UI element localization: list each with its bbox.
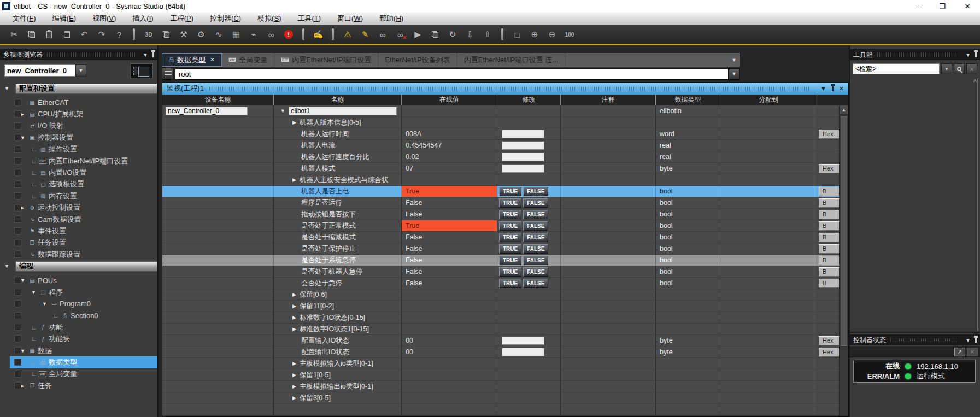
set-false-button[interactable]: FALSE (523, 187, 548, 196)
menu-item-s[interactable]: 模拟(S) (249, 12, 289, 25)
watch-row[interactable]: 机器人模式07byteHex (162, 163, 839, 174)
scrollbar-thumb[interactable] (841, 116, 847, 346)
chevron-right-icon[interactable]: ▶ (20, 111, 28, 117)
set-false-button[interactable]: FALSE (523, 221, 548, 231)
data-trace-icon[interactable]: ∿ (212, 27, 226, 42)
warning-edit-icon[interactable]: ✎ (358, 27, 372, 42)
run-icon[interactable]: ▶ (410, 27, 425, 42)
menu-item-p[interactable]: 工程(P) (162, 12, 202, 25)
maximize-button[interactable]: ❐ (930, 0, 955, 12)
display-format-button[interactable]: B (819, 221, 839, 231)
sidebar-item-功能[interactable]: ∟ƒ功能 (0, 321, 157, 333)
display-format-button[interactable]: B (819, 279, 839, 288)
redo-icon[interactable]: ↷ (95, 27, 109, 42)
chevron-right-icon[interactable]: ▶ (20, 205, 28, 210)
search-icon[interactable] (954, 63, 965, 74)
chevron-down-icon[interactable]: ▼ (20, 278, 28, 283)
watch-row[interactable]: ▶保留11[0-2] (162, 301, 839, 312)
display-format-button[interactable]: B (819, 187, 839, 196)
undo-icon[interactable]: ↶ (77, 27, 91, 42)
pin-icon[interactable] (975, 338, 977, 343)
watch-row[interactable]: ▶主板模拟输出io类型[0-1] (162, 381, 839, 392)
sidebar-item-程序[interactable]: ▼⬚程序 (0, 286, 157, 298)
watch-row[interactable]: 机器人电流0.45454547real (162, 140, 839, 151)
tree-section-配置和设置[interactable]: ▼配置和设置 (0, 83, 157, 95)
chevron-down-icon[interactable]: ▼ (4, 86, 9, 91)
watch-row[interactable]: 机器人运行速度百分比0.02real (162, 151, 839, 163)
stack-icon[interactable] (428, 27, 442, 42)
display-format-button[interactable]: B (819, 233, 839, 242)
watch-titlebar[interactable]: 监视(工程)1 ▼ ✕ (162, 83, 848, 95)
menu-item-v[interactable]: 视图(V) (84, 12, 124, 25)
sidebar-item-事件设置[interactable]: ⚑事件设置 (0, 225, 157, 237)
display-format-button[interactable]: B (819, 244, 839, 254)
tab-全局变量[interactable]: var全局变量 (222, 53, 274, 67)
root-path-input[interactable] (175, 68, 729, 80)
sidebar-item-POUs[interactable]: ▼▤POUs (0, 274, 157, 286)
sidebar-item-数据[interactable]: ▼▦数据 (0, 345, 157, 356)
watch-row[interactable]: 机器人是否上电TrueTRUEFALSEboolB (162, 186, 839, 197)
chevron-down-icon[interactable]: ▼ (42, 301, 50, 307)
set-false-button[interactable]: FALSE (523, 233, 548, 242)
controller-select[interactable] (4, 64, 75, 77)
scroll-up-icon[interactable]: ▲ (840, 105, 848, 115)
abort-error-icon[interactable]: ! (281, 27, 296, 42)
watch-row[interactable]: ▶保留1[0-5] (162, 369, 839, 381)
sidebar-item-Program0[interactable]: ▼▭Program0 (0, 298, 157, 309)
sidebar-item-操作设置[interactable]: ∟▥操作设置 (0, 144, 157, 155)
set-false-button[interactable]: FALSE (523, 210, 548, 219)
close-icon[interactable]: ✕ (839, 85, 844, 92)
sidebar-item-全局变量[interactable]: ∟var全局变量 (0, 368, 157, 380)
zoom-out-icon[interactable]: ⊖ (545, 27, 559, 42)
set-true-button[interactable]: TRUE (499, 233, 521, 242)
trace-table-icon[interactable]: ▦ (229, 27, 243, 42)
pin-icon[interactable] (975, 52, 977, 57)
modify-value-input[interactable] (502, 336, 544, 345)
modify-value-input[interactable] (502, 130, 544, 138)
warning-monitor-icon[interactable]: ⚠ (341, 27, 355, 42)
chevron-right-icon[interactable]: ▶ (292, 315, 296, 320)
tab-close-icon[interactable]: ✕ (210, 56, 215, 63)
chevron-right-icon[interactable]: ▶ (292, 177, 296, 183)
tab-内置EtherNet/IP端口设置[interactable]: EIP内置EtherNet/IP端口设置 (274, 53, 379, 67)
chevron-down-icon[interactable]: ▼ (280, 108, 285, 114)
zoom-100-icon[interactable]: 100 (562, 27, 577, 42)
chevron-down-icon[interactable]: ▼ (965, 52, 971, 58)
rebuild-icon[interactable]: ⚙ (194, 27, 208, 42)
watch-row[interactable]: 配置输出IO状态00byteHex (162, 346, 839, 358)
sidebar-item-Cam数据设置[interactable]: ∿Cam数据设置 (0, 214, 157, 225)
chevron-down-icon[interactable]: ▼ (20, 135, 28, 140)
set-false-button[interactable]: FALSE (523, 244, 548, 254)
transfer-download-icon[interactable]: ⇩ (463, 27, 477, 42)
sidebar-item-功能块[interactable]: ∟ƒ功能块 (0, 333, 157, 344)
chevron-right-icon[interactable]: ▶ (292, 361, 296, 366)
modify-value-input[interactable] (502, 141, 544, 150)
watch-row[interactable]: ▶主板模拟输入io类型[0-1] (162, 358, 839, 369)
tab-数据类型[interactable]: 品数据类型✕ (162, 53, 222, 67)
address-dropdown-icon[interactable]: ▼ (729, 68, 740, 80)
watch-row[interactable]: 是否处于保护停止FalseTRUEFALSEboolB (162, 243, 839, 255)
pointer-tool-icon[interactable]: ✍ (311, 27, 325, 42)
toolbox-search-input[interactable] (853, 63, 940, 74)
sidebar-item-任务[interactable]: ▶❒任务 (0, 380, 157, 391)
display-format-button[interactable]: Hex (819, 336, 839, 345)
display-format-button[interactable]: B (819, 210, 839, 219)
set-true-button[interactable]: TRUE (499, 221, 521, 231)
display-format-button[interactable]: B (819, 198, 839, 208)
monitor-glasses-icon[interactable]: ∞ (375, 27, 390, 42)
sidebar-item-I/O 映射[interactable]: ⇄I/O 映射 (0, 120, 157, 132)
watch-row[interactable]: 是否处于缩减模式FalseTRUEFALSEboolB (162, 232, 839, 243)
sidebar-item-数据类型[interactable]: ∟品数据类型 (0, 356, 157, 368)
pin-icon[interactable] (832, 86, 834, 91)
menu-item-h[interactable]: 帮助(H) (371, 12, 412, 25)
close-button[interactable]: ✕ (955, 0, 980, 12)
watch-scrollbar[interactable]: ▲ (839, 105, 848, 416)
modify-value-input[interactable] (502, 348, 544, 356)
zoom-in-icon[interactable]: ⊕ (527, 27, 542, 42)
menu-item-t[interactable]: 工具(T) (289, 12, 329, 25)
watch-row[interactable]: 程序是否运行FalseTRUEFALSEboolB (162, 197, 839, 209)
watch-row[interactable]: ▶标准数字IO状态[0-15] (162, 312, 839, 324)
watch-row[interactable]: ▶保留[0-6] (162, 289, 839, 301)
tabstrip-dropdown-icon[interactable]: ▼ (729, 53, 740, 67)
scroll-up-icon[interactable]: ˄ (973, 77, 977, 84)
